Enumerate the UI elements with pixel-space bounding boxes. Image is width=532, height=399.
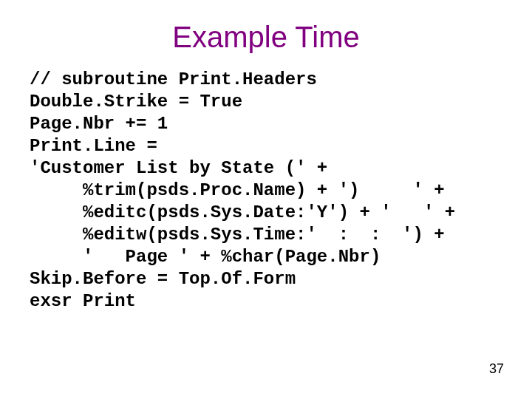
slide-title: Example Time (0, 0, 532, 69)
page-number: 37 (489, 361, 504, 377)
slide: Example Time // subroutine Print.Headers… (0, 0, 532, 399)
code-block: // subroutine Print.Headers Double.Strik… (0, 69, 532, 313)
